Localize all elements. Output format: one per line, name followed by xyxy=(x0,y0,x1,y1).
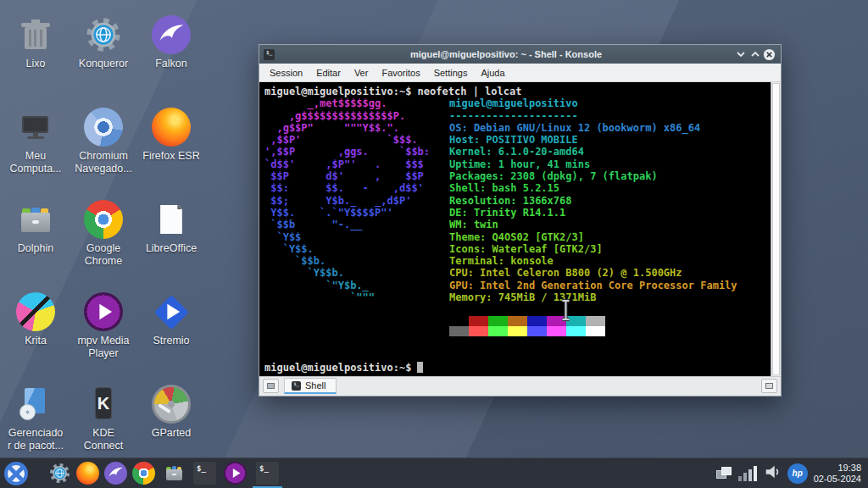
desktop-icons: Lixo Konqueror Falkon xyxy=(2,15,205,477)
new-tab-button[interactable] xyxy=(263,379,279,393)
shell-tab-icon: $_ xyxy=(292,381,301,391)
tab-label: Shell xyxy=(305,380,326,391)
stremio-icon xyxy=(152,292,191,331)
desktop-icon-mpv[interactable]: mpv Media Player xyxy=(70,292,137,385)
desktop-icon-lixo[interactable]: Lixo xyxy=(2,15,70,108)
ascii-line: ,g$$P" """Y$$.". xyxy=(264,122,449,134)
trash-icon xyxy=(16,15,55,54)
terminal-scrollbar[interactable] xyxy=(771,82,781,376)
info-line: OS: Debian GNU/Linux 12 (bookworm) x86_6… xyxy=(449,122,737,134)
desktop-icon-falkon[interactable]: Falkon xyxy=(137,15,205,108)
terminal-color-blocks xyxy=(449,316,737,336)
taskbar: $_ $_ hp 19:38 02-05-2024 xyxy=(0,458,868,488)
kde-connect-icon: K xyxy=(84,385,123,424)
color-block xyxy=(508,316,527,326)
info-line: Shell: bash 5.2.15 xyxy=(449,182,737,194)
menu-item[interactable]: Settings xyxy=(427,68,475,78)
gparted-icon xyxy=(152,385,191,424)
menu-item[interactable]: Ver xyxy=(348,68,376,78)
close-button[interactable] xyxy=(762,47,776,61)
desktop-icon-meu-computador[interactable]: Meu Computa... xyxy=(2,108,70,200)
info-line: Host: POSITIVO MOBILE xyxy=(449,134,737,146)
konsole-window-icon: $_ xyxy=(264,49,275,60)
color-block xyxy=(469,326,488,336)
maximize-button[interactable] xyxy=(748,47,762,61)
tab-shell[interactable]: $_ Shell xyxy=(284,378,337,394)
hp-tray-icon[interactable]: hp xyxy=(787,463,808,484)
dolphin-icon xyxy=(16,200,55,239)
minimize-button[interactable] xyxy=(733,47,748,61)
taskbar-falkon[interactable] xyxy=(104,462,127,485)
info-line: GPU: Intel 2nd Generation Core Processor… xyxy=(449,280,737,291)
network-tray-icon[interactable] xyxy=(738,466,757,481)
clock-date: 02-05-2024 xyxy=(814,474,861,485)
taskbar-mpv[interactable] xyxy=(224,462,247,485)
desktop-icon-google-chrome[interactable]: Google Chrome xyxy=(70,200,137,292)
taskbar-clock[interactable]: 19:38 02-05-2024 xyxy=(814,463,861,485)
ascii-line: `"Y$b._ xyxy=(264,280,449,291)
tab-list-button[interactable] xyxy=(761,379,777,393)
ascii-line: $$P d$' , $$P xyxy=(264,170,449,182)
desktop-icon-chromium[interactable]: Chromium Navegado... xyxy=(70,108,137,200)
ascii-line: `Y$$. xyxy=(264,243,449,255)
taskbar-konsole-active[interactable]: $_ xyxy=(256,462,279,485)
klipper-tray-icon[interactable] xyxy=(716,467,732,480)
ascii-line: $$; Y$b._ _,d$P' xyxy=(264,195,449,207)
desktop-icon-krita[interactable]: Krita xyxy=(2,292,70,385)
taskbar-konqueror[interactable] xyxy=(48,462,71,485)
ascii-line: `d$$' ,$P"' . $$$ xyxy=(264,158,449,170)
ascii-line: _,met$$$$$gg. xyxy=(264,97,449,109)
ascii-line: `Y$$ xyxy=(264,231,449,243)
desktop-icon-libreoffice[interactable]: LibreOffice xyxy=(137,200,205,292)
color-block xyxy=(527,316,547,326)
desktop-icon-konqueror[interactable]: Konqueror xyxy=(70,15,137,108)
taskbar-dolphin[interactable] xyxy=(163,462,186,485)
konsole-window: $_ miguel@miguelpositivo: ~ - Shell - Ko… xyxy=(259,44,782,396)
ascii-line: `$$b "-.__ xyxy=(264,219,449,230)
taskbar-firefox[interactable] xyxy=(76,462,99,485)
color-block xyxy=(586,326,605,336)
ascii-line: `Y$$b. xyxy=(264,267,449,279)
terminal-area[interactable]: miguel@miguelpositivo:~$ neofetch | lolc… xyxy=(259,82,781,376)
ascii-line: `$$b. xyxy=(264,255,449,267)
info-line: WM: twin xyxy=(449,219,737,230)
info-line: Terminal: konsole xyxy=(449,255,737,267)
color-block xyxy=(586,316,605,326)
info-line: miguel@miguelpositivo xyxy=(449,97,737,109)
info-line: Packages: 2308 (dpkg), 7 (flatpak) xyxy=(449,170,737,182)
desktop-icon-firefox-esr[interactable]: Firefox ESR xyxy=(137,108,205,200)
desktop-icon-label: Meu Computa... xyxy=(2,150,70,175)
desktop-icon-label: Google Chrome xyxy=(70,242,137,268)
color-block xyxy=(547,326,566,336)
mpv-icon xyxy=(84,292,123,331)
ascii-line: Y$$. `.`"Y$$$$P"' xyxy=(264,207,449,219)
desktop-icon-stremio[interactable]: Stremio xyxy=(137,292,205,385)
system-tray: hp 19:38 02-05-2024 xyxy=(716,463,868,485)
menu-item[interactable]: Ajuda xyxy=(474,68,511,78)
desktop-icon-label: Firefox ESR xyxy=(137,150,205,163)
menu-item[interactable]: Session xyxy=(263,68,309,78)
desktop-icon-label: Gerenciado r de pacot... xyxy=(2,427,70,452)
color-block xyxy=(449,316,469,326)
konsole-icon: $_ xyxy=(256,462,279,485)
libreoffice-icon xyxy=(152,200,191,239)
desktop-icon-label: Dolphin xyxy=(2,242,70,255)
falkon-icon xyxy=(152,15,191,54)
volume-tray-icon[interactable] xyxy=(763,463,782,485)
desktop-icon-dolphin[interactable]: Dolphin xyxy=(2,200,70,292)
menu-item[interactable]: Favoritos xyxy=(375,68,426,78)
info-line: Uptime: 1 hour, 41 mins xyxy=(449,158,737,170)
menu-item[interactable]: Editar xyxy=(309,68,348,78)
neofetch-info: miguel@miguelpositivo-------------------… xyxy=(449,97,737,336)
taskbar-chrome[interactable] xyxy=(132,462,155,485)
desktop-icon-label: KDE Connect xyxy=(70,427,137,452)
info-line: Icons: Waterleaf [GTK2/3] xyxy=(449,243,737,255)
info-line: DE: Trinity R14.1.1 xyxy=(449,207,737,219)
window-titlebar[interactable]: $_ miguel@miguelpositivo: ~ - Shell - Ko… xyxy=(259,45,781,64)
start-menu-button[interactable] xyxy=(4,462,28,485)
color-block xyxy=(488,326,508,336)
ascii-line: ,$$P' `$$$. xyxy=(264,134,449,146)
taskbar-konsole[interactable]: $_ xyxy=(193,462,216,485)
info-line: Kernel: 6.1.0-20-amd64 xyxy=(449,146,737,158)
desktop-icon-label: LibreOffice xyxy=(137,242,205,255)
